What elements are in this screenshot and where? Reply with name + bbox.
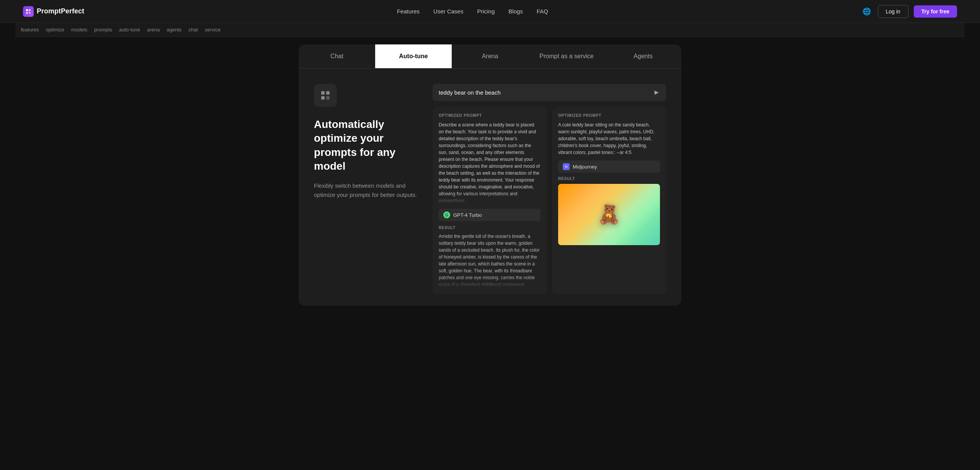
mj-prompt-card: OPTIMIZED PROMPT A cute teddy bear sitti… [552, 107, 666, 294]
gpt-prompt-card: OPTIMIZED PROMPT Describe a scene where … [433, 107, 547, 294]
nav-blogs[interactable]: Blogs [508, 8, 523, 15]
logo[interactable]: PromptPerfect [23, 6, 84, 17]
mj-result-label: RESULT [558, 177, 660, 181]
tab-agents[interactable]: Agents [605, 44, 681, 68]
gpt-model-label: GPT-4 Turbo [453, 212, 482, 218]
svg-rect-4 [321, 91, 325, 95]
tab-chat[interactable]: Chat [299, 44, 375, 68]
demo-panel: ► OPTIMIZED PROMPT Describe a scene wher… [433, 84, 666, 294]
logo-text: PromptPerfect [37, 7, 84, 15]
content-area: Automatically optimize your prompts for … [299, 69, 681, 294]
prompt-input[interactable] [439, 89, 649, 96]
feature-icon [314, 84, 337, 107]
prompts-row: OPTIMIZED PROMPT Describe a scene where … [433, 107, 666, 294]
nav-links: Features User Cases Pricing Blogs FAQ [397, 8, 548, 15]
gpt-model-badge: G GPT-4 Turbo [439, 209, 541, 221]
mj-model-icon: M [563, 163, 570, 170]
nav-pricing[interactable]: Pricing [477, 8, 495, 15]
ticker-bar: features optimize models prompts auto-tu… [15, 23, 965, 37]
gpt-prompt-text: Describe a scene where a teddy bear is p… [439, 121, 541, 204]
svg-rect-0 [26, 9, 28, 11]
feature-card: Chat Auto-tune Arena Prompt as a service… [299, 44, 681, 306]
svg-rect-3 [29, 12, 31, 14]
logo-icon [23, 6, 34, 17]
svg-rect-1 [29, 9, 31, 11]
mj-model-label: Midjourney [573, 164, 597, 170]
svg-rect-7 [326, 96, 330, 100]
left-panel: Automatically optimize your prompts for … [314, 84, 421, 294]
teddy-emoji: 🧸 [598, 204, 621, 225]
nav-features[interactable]: Features [397, 8, 420, 15]
gpt-optimized-label: OPTIMIZED PROMPT [439, 113, 541, 118]
gpt-result-text: Amidst the gentle lull of the ocean's br… [439, 233, 541, 288]
try-free-button[interactable]: Try for free [914, 5, 957, 18]
gpt-result-label: RESULT [439, 226, 541, 230]
gpt-model-icon: G [443, 211, 450, 218]
nav-actions: 🌐 Log in Try for free [861, 5, 957, 18]
language-button[interactable]: 🌐 [861, 6, 872, 17]
svg-rect-5 [326, 91, 330, 95]
send-button[interactable]: ► [653, 88, 660, 97]
main-content: features optimize models prompts auto-tu… [0, 0, 980, 313]
svg-rect-2 [26, 12, 28, 14]
feature-title: Automatically optimize your prompts for … [314, 118, 421, 174]
login-button[interactable]: Log in [878, 5, 908, 18]
feature-description: Flexibly switch between models and optim… [314, 181, 421, 200]
navbar: PromptPerfect Features User Cases Pricin… [0, 0, 980, 23]
tabs: Chat Auto-tune Arena Prompt as a service… [299, 44, 681, 69]
nav-faq[interactable]: FAQ [537, 8, 548, 15]
nav-user-cases[interactable]: User Cases [433, 8, 463, 15]
mj-optimized-label: OPTIMIZED PROMPT [558, 113, 660, 118]
mj-model-badge: M Midjourney [558, 160, 660, 173]
search-bar: ► [433, 84, 666, 101]
tab-arena[interactable]: Arena [452, 44, 528, 68]
tab-prompt-service[interactable]: Prompt as a service [528, 44, 605, 68]
teddy-bear-image: 🧸 [558, 184, 660, 245]
tab-autotune[interactable]: Auto-tune [375, 44, 452, 68]
mj-prompt-text: A cute teddy bear sitting on the sandy b… [558, 121, 660, 156]
svg-rect-6 [321, 96, 325, 100]
